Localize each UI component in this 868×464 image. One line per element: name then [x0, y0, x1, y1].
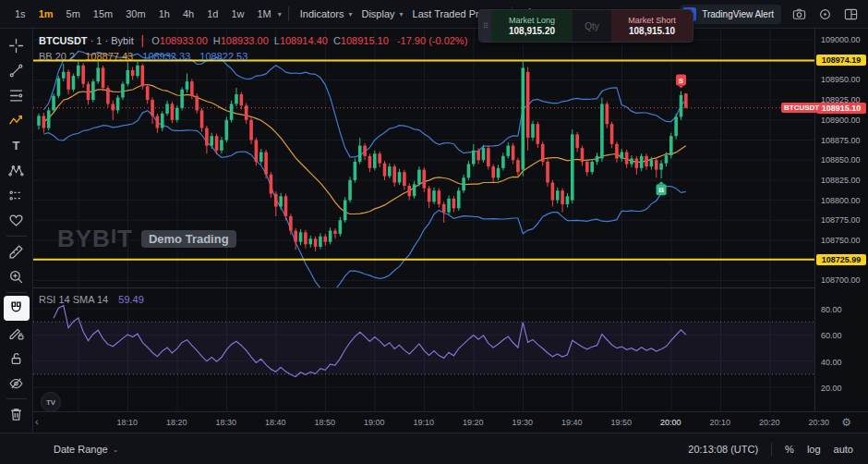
market-short-label: Market Short — [628, 16, 676, 25]
bb-mid-value: 108877.43 — [85, 51, 133, 62]
rsi-legend[interactable]: RSI 14 SMA 14 59.49 — [39, 294, 144, 305]
drawing-mode-lock-icon[interactable] — [4, 321, 30, 346]
price-tick: 108875.00 — [821, 136, 861, 145]
tradingview-alert-button[interactable]: TradingView Alert — [680, 5, 781, 24]
time-tick: 18:30 — [216, 418, 237, 427]
pane-separator[interactable] — [33, 287, 868, 288]
date-range-button[interactable]: Date Range⌄ — [54, 444, 118, 455]
drawing-toolbar: T — [0, 28, 33, 464]
timeframe-more-caret[interactable]: ▾ — [278, 10, 282, 18]
time-tick: 18:20 — [166, 418, 187, 427]
top-toolbar: 1s1m5m15m30m1h4h1d1w1M ▾ Indicators▾ Dis… — [0, 0, 868, 29]
price-tick: 109000.00 — [821, 35, 861, 44]
timeframe-1h[interactable]: 1h — [153, 6, 175, 22]
legend-interval-exchange: · 1 · Bybit — [90, 35, 134, 46]
timeframe-group: 1s1m5m15m30m1h4h1d1w1M — [9, 6, 277, 22]
xabcd-pattern-icon[interactable] — [4, 158, 30, 183]
sidebar-divider — [6, 292, 27, 293]
timeframe-1d[interactable]: 1d — [201, 6, 223, 22]
time-tick: 20:30 — [809, 418, 830, 427]
scale-settings-gear-icon[interactable]: ⚙ — [841, 416, 851, 429]
magnet-mode-icon[interactable] — [4, 296, 30, 321]
indicators-button[interactable]: Indicators▾ — [295, 6, 357, 22]
forecast-tool-icon[interactable] — [4, 183, 30, 208]
rsi-tick: 80.00 — [821, 305, 842, 314]
rsi-value: 59.49 — [118, 294, 144, 305]
legend-open: 108933.00 — [160, 35, 208, 46]
time-tick: 19:10 — [414, 418, 435, 427]
time-tick: 18:40 — [265, 418, 286, 427]
qty-field[interactable]: Qty — [573, 10, 611, 42]
price-tick: 108700.00 — [821, 275, 861, 285]
tradingview-logo[interactable]: TV — [41, 392, 61, 412]
price-tick: 108750.00 — [821, 236, 861, 245]
price-scale[interactable]: 109000.00108950.00108925.00108900.001088… — [815, 28, 868, 411]
zoom-in-icon[interactable] — [4, 264, 30, 289]
upper-level-badge: 108974.19 — [816, 55, 866, 66]
trade-widget-drag-handle[interactable]: ⠿ — [479, 10, 491, 42]
timeframe-4h[interactable]: 4h — [177, 6, 199, 22]
clock-utc[interactable]: 20:13:08 (UTC) — [688, 444, 758, 455]
bb-lower-value: 108822.53 — [199, 51, 247, 62]
fib-retracement-icon[interactable] — [4, 83, 30, 108]
wave-pattern-icon[interactable] — [4, 108, 30, 133]
market-long-price: 108,915.20 — [509, 26, 555, 36]
auto-scale-button[interactable]: auto — [834, 444, 853, 455]
legend-change: -17.90 (-0.02%) — [397, 35, 467, 46]
timeframe-1m[interactable]: 1m — [33, 6, 59, 22]
rsi-chart[interactable] — [33, 288, 814, 411]
legend-close: 108915.10 — [341, 35, 389, 46]
legend-symbol: BTCUSDT — [39, 35, 88, 46]
measure-ruler-icon[interactable] — [4, 239, 30, 264]
display-button[interactable]: Display▾ — [356, 6, 407, 22]
crosshair-icon[interactable] — [4, 33, 30, 58]
target-icon[interactable] — [816, 6, 833, 22]
timeframe-30m[interactable]: 30m — [120, 6, 151, 22]
legend-high: 108933.00 — [221, 35, 269, 46]
alert-label: TradingView Alert — [702, 9, 774, 19]
rsi-tick: 60.00 — [821, 331, 842, 340]
timeframe-15m[interactable]: 15m — [88, 6, 118, 22]
timeframe-5m[interactable]: 5m — [61, 6, 86, 22]
time-tick: 19:00 — [364, 418, 385, 427]
bottom-bar: Date Range⌄ 20:13:08 (UTC) % log auto — [33, 433, 868, 464]
pane-collapse-chevron-icon[interactable]: ‹ — [35, 416, 39, 427]
symbol-legend[interactable]: BTCUSDT · 1 · Bybit ▏O108933.00H108933.0… — [39, 35, 467, 47]
price-tick: 108850.00 — [821, 155, 861, 165]
price-tick: 108900.00 — [821, 116, 861, 125]
emoji-heart-icon[interactable] — [4, 208, 30, 233]
market-short-price: 108,915.10 — [629, 26, 675, 36]
time-tick: 19:30 — [512, 418, 534, 427]
percent-scale-button[interactable]: % — [785, 444, 794, 455]
buy-marker: B — [657, 181, 667, 195]
layout-icon[interactable] — [842, 6, 859, 22]
price-tick: 108775.00 — [821, 215, 861, 225]
timeframe-1M[interactable]: 1M — [251, 6, 276, 22]
timeframe-1s[interactable]: 1s — [9, 6, 31, 22]
timeframe-1w[interactable]: 1w — [225, 6, 249, 22]
price-tick: 108825.00 — [821, 176, 861, 185]
remove-drawings-icon[interactable] — [4, 402, 30, 427]
time-tick: 18:10 — [117, 418, 139, 427]
text-tool-icon[interactable]: T — [4, 133, 30, 158]
demo-trading-badge: Demo Trading — [141, 230, 236, 248]
sell-marker: S — [676, 75, 686, 89]
toolbar-right-group: TradingView Alert — [680, 5, 868, 24]
market-long-label: Market Long — [509, 16, 555, 25]
market-short-button[interactable]: Market Short 108,915.10 — [611, 10, 693, 42]
bollinger-legend[interactable]: BB 20 2 108877.43 108932.33 108822.53 — [39, 51, 247, 62]
rsi-tick: 20.00 — [821, 384, 842, 393]
lock-drawings-icon[interactable] — [4, 346, 30, 371]
market-long-button[interactable]: Market Long 108,915.20 — [491, 10, 573, 42]
time-tick: 18:50 — [315, 418, 336, 427]
hide-drawings-icon[interactable] — [4, 371, 30, 396]
last-price-badge: 108915.10 — [816, 103, 866, 114]
sidebar-divider — [6, 236, 27, 237]
bybit-watermark: BYBIT Demo Trading — [57, 225, 236, 253]
screenshot-camera-icon[interactable] — [790, 6, 807, 22]
log-scale-button[interactable]: log — [807, 444, 821, 455]
trend-line-icon[interactable] — [4, 58, 30, 83]
bottombar-divider — [771, 443, 772, 456]
sidebar-divider — [6, 398, 27, 399]
time-scale[interactable]: ‹ ⚙ 18:1018:2018:3018:4018:5019:0019:101… — [33, 411, 868, 433]
